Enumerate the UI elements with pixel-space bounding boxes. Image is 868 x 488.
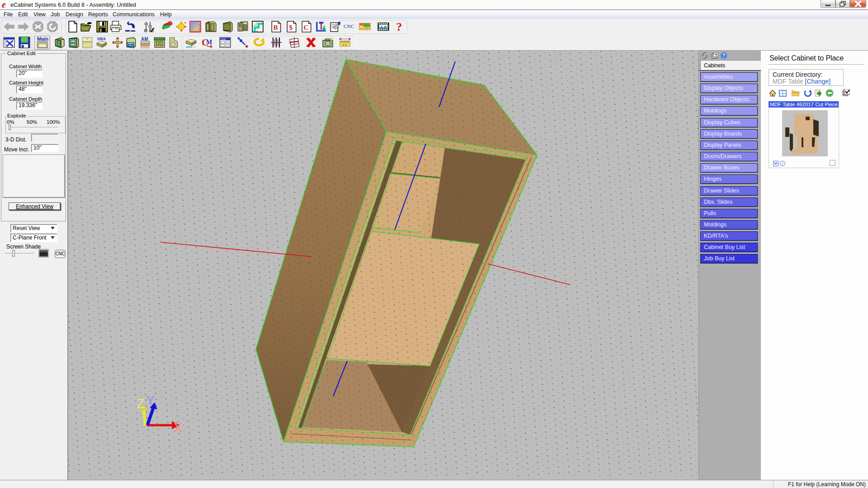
- svg-text:Main: Main: [37, 36, 48, 42]
- svg-text:M: M: [206, 39, 212, 46]
- svg-text:DBX: DBX: [97, 37, 106, 41]
- svg-text:Z: Z: [137, 396, 145, 411]
- svg-text:AM: AM: [141, 37, 148, 42]
- svg-text:1 2: 1 2: [343, 43, 347, 46]
- svg-text:B: B: [274, 23, 278, 31]
- svg-text:Y: Y: [146, 393, 155, 408]
- svg-text:CON: CON: [221, 38, 226, 41]
- svg-text:C: C: [304, 23, 309, 31]
- svg-text:?: ?: [722, 53, 726, 58]
- svg-text:X: X: [174, 420, 182, 435]
- svg-text:CNC: CNC: [344, 23, 354, 29]
- svg-text:EB: EB: [127, 42, 134, 47]
- svg-text:?: ?: [396, 21, 402, 33]
- svg-text:$: $: [289, 23, 293, 31]
